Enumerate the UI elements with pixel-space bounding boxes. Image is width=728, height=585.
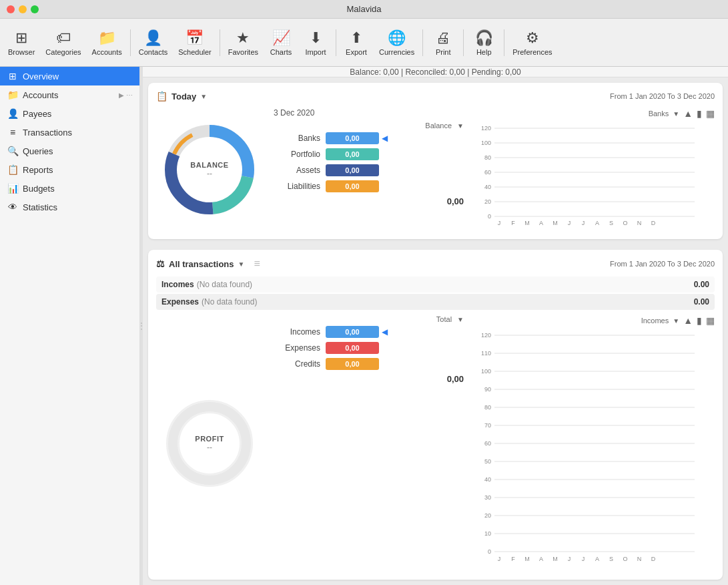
profit-chart-bar-icon[interactable]: ▮ (697, 315, 702, 326)
sidebar: ⊞ Overview 📁 Accounts ▶ ⋯ 👤 Payees ≡ Tra… (0, 67, 140, 585)
svg-text:S: S (609, 220, 613, 226)
profit-icon: ⚖ (156, 258, 165, 269)
overview-sidebar-icon: ⊞ (7, 71, 19, 81)
profit-bar-name-credits: Credits (274, 359, 320, 369)
balance-title-text: Today (171, 91, 196, 102)
toolbar-item-browser[interactable]: ⊞Browser (3, 27, 40, 59)
toolbar-item-import[interactable]: ⬇Import (298, 27, 333, 59)
svg-text:J: J (582, 220, 585, 226)
toolbar-item-print[interactable]: 🖨Print (426, 27, 460, 59)
toolbar-item-help[interactable]: 🎧Help (466, 27, 501, 59)
income-expense-summary: Incomes (No data found) 0.00 Expenses (N… (156, 276, 715, 310)
profit-chart-dropdown[interactable]: ▼ (673, 317, 679, 325)
profit-total: 0,00 (274, 374, 464, 384)
svg-text:A: A (595, 220, 599, 226)
balance-dropdown[interactable]: ▼ (457, 122, 464, 130)
toolbar-item-scheduler[interactable]: 📅Scheduler (173, 27, 217, 59)
toolbar-item-accounts[interactable]: 📁Accounts (87, 27, 127, 59)
statistics-sidebar-icon: 👁 (7, 202, 19, 212)
maximize-button[interactable] (31, 5, 39, 13)
balance-chart-table-icon[interactable]: ▦ (706, 108, 715, 119)
balance-bar-name-banks: Banks (274, 134, 320, 143)
balance-bar-val-banks: 0,00 (341, 134, 363, 142)
transactions-sidebar-icon: ≡ (7, 127, 19, 138)
toolbar-item-export[interactable]: ⬆Export (339, 27, 374, 59)
balance-bar-fill-banks: 0,00 (326, 132, 379, 144)
balance-bars-container: Banks 0,00 ◀ Portfolio 0,00 Assets 0,00 … (274, 132, 464, 192)
profit-donut-title: PROFIT (195, 435, 224, 443)
profit-dropdown-icon[interactable]: ▼ (238, 260, 245, 268)
profit-section: ⚖ All transactions ▼ ≡ From 1 Jan 2020 T… (148, 250, 723, 580)
svg-text:M: M (553, 556, 558, 562)
profit-chart-svg: 120 110 100 90 80 70 60 50 40 30 20 10 0 (474, 329, 701, 569)
sidebar-label-transactions: Transactions (23, 128, 133, 138)
sidebar-item-transactions[interactable]: ≡ Transactions (0, 123, 139, 142)
toolbar-separator (336, 29, 336, 56)
profit-chart-table-icon[interactable]: ▦ (706, 315, 715, 326)
categories-icon: 🏷 (56, 29, 71, 47)
sidebar-item-budgets[interactable]: 📊 Budgets (0, 179, 139, 198)
svg-text:80: 80 (484, 154, 491, 161)
scheduler-icon: 📅 (186, 29, 204, 47)
sidebar-label-overview: Overview (23, 71, 133, 81)
sidebar-item-queries[interactable]: 🔍 Queries (0, 142, 139, 160)
content-area: Balance: 0,00 | Reconciled: 0,00 | Pendi… (143, 67, 728, 585)
svg-text:0: 0 (488, 548, 491, 555)
svg-text:N: N (637, 220, 642, 226)
sidebar-label-budgets: Budgets (23, 184, 133, 194)
sidebar-item-reports[interactable]: 📋 Reports (0, 160, 139, 179)
svg-text:120: 120 (481, 332, 491, 339)
svg-text:70: 70 (484, 422, 491, 429)
svg-text:D: D (651, 220, 656, 226)
profit-bar-label-row: Total ▼ (274, 315, 464, 323)
queries-sidebar-icon: 🔍 (7, 146, 19, 156)
toolbar-separator (422, 29, 423, 56)
donut-value: -- (190, 169, 228, 178)
balance-table-icon: 📋 (156, 91, 167, 102)
svg-text:30: 30 (484, 494, 491, 501)
balance-chart-dropdown[interactable]: ▼ (673, 110, 679, 118)
currencies-label: Currencies (379, 48, 414, 56)
sidebar-label-payees: Payees (23, 109, 133, 119)
profit-chart-area-icon[interactable]: ▲ (683, 315, 693, 326)
profit-bar-row-expenses: Expenses 0,00 (274, 342, 464, 354)
toolbar-item-currencies[interactable]: 🌐Currencies (374, 27, 420, 59)
profit-total-dropdown[interactable]: ▼ (457, 316, 464, 323)
svg-text:D: D (651, 556, 656, 562)
toolbar-item-contacts[interactable]: 👤Contacts (133, 27, 173, 59)
expense-sub: (No data found) (202, 297, 257, 307)
balance-date-range: From 1 Jan 2020 To 3 Dec 2020 (610, 92, 715, 100)
svg-text:M: M (524, 556, 530, 562)
balance-dropdown-icon[interactable]: ▼ (200, 93, 207, 100)
balance-bar-label-row: Balance ▼ (274, 122, 464, 130)
toolbar-item-categories[interactable]: 🏷Categories (40, 27, 86, 59)
toolbar-item-charts[interactable]: 📈Charts (264, 27, 298, 59)
balance-chart-area-icon[interactable]: ▲ (683, 108, 693, 119)
balance-total: 0,00 (274, 196, 464, 206)
profit-drag-icon: ≡ (254, 258, 260, 270)
banks-arrow-icon: ◀ (382, 134, 388, 143)
sidebar-item-overview[interactable]: ⊞ Overview (0, 67, 139, 85)
svg-text:O: O (623, 556, 627, 562)
svg-text:100: 100 (481, 140, 491, 146)
balance-bar-name-assets: Assets (274, 166, 320, 175)
balance-chart-label: Banks (649, 110, 669, 118)
toolbar-item-favorites[interactable]: ★Favorites (223, 27, 264, 59)
profit-donut-value: -- (195, 443, 224, 452)
balance-chart-bar-icon[interactable]: ▮ (697, 108, 702, 119)
close-button[interactable] (7, 5, 15, 13)
svg-text:A: A (539, 556, 543, 562)
balance-bar-track-portfolio: 0,00 (326, 148, 464, 160)
profit-bar-fill-credits: 0,00 (326, 358, 379, 370)
categories-label: Categories (45, 48, 81, 56)
sidebar-item-accounts[interactable]: 📁 Accounts ▶ ⋯ (0, 85, 139, 104)
window-title: Malavida (346, 4, 381, 14)
preferences-icon: ⚙ (526, 29, 539, 47)
profit-donut-label: PROFIT -- (195, 435, 224, 452)
toolbar-item-preferences[interactable]: ⚙Preferences (507, 27, 557, 59)
sidebar-item-payees[interactable]: 👤 Payees (0, 104, 139, 123)
balance-bars: 3 Dec 2020 Balance ▼ Banks 0,00 ◀ Portfo… (274, 108, 464, 231)
sidebar-item-statistics[interactable]: 👁 Statistics (0, 198, 139, 216)
minimize-button[interactable] (19, 5, 27, 13)
svg-text:S: S (609, 556, 613, 562)
